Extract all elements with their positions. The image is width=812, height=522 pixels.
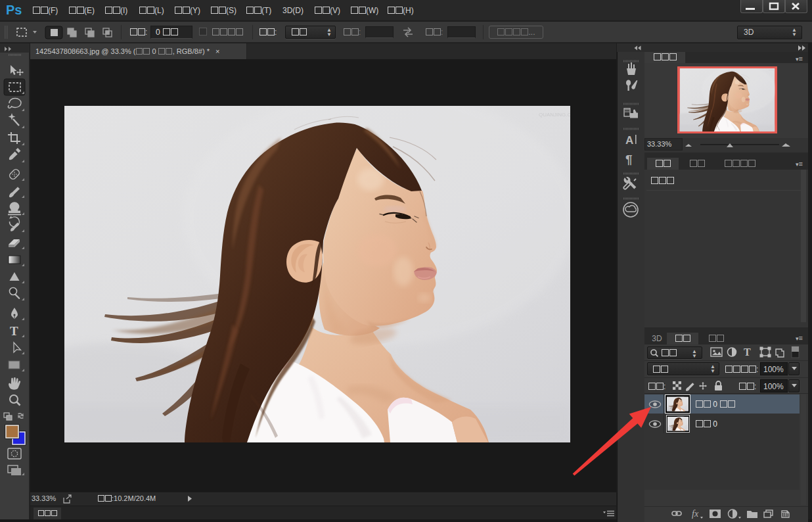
svg-text:T: T [744,346,751,358]
svg-text:A: A [625,134,633,147]
svg-text:QUANJING.COM: QUANJING.COM [539,112,570,118]
svg-text:¶: ¶ [625,153,633,166]
svg-text:T: T [10,324,18,338]
svg-text:fx: fx [692,509,699,519]
